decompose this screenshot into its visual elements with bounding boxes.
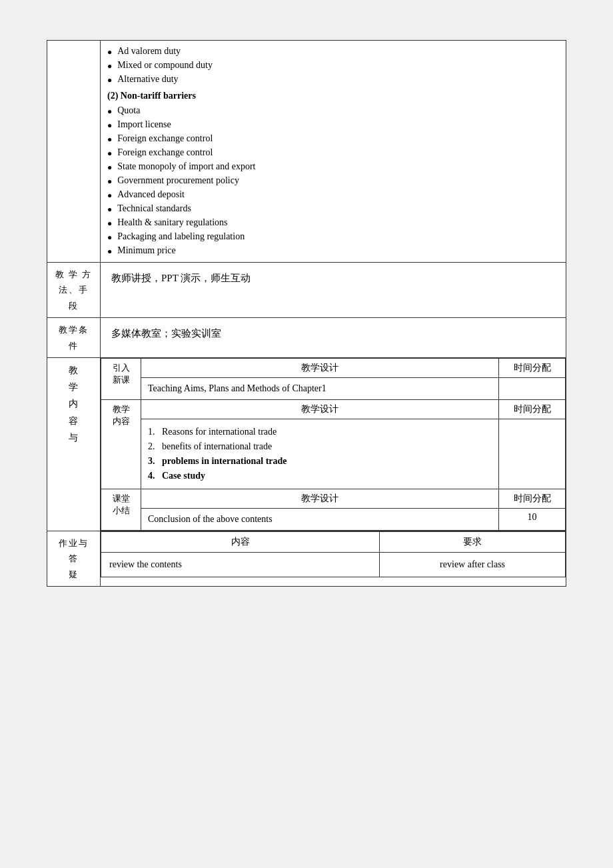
top-label-cell — [47, 41, 101, 263]
teaching-content-inner-cell: 引入 新课 教学设计 时间分配 Teaching Aims, Plans and… — [101, 357, 566, 531]
intro-design-content: Teaching Aims, Plans and Methods of Chap… — [141, 377, 499, 399]
content-time-header: 时间分配 — [499, 399, 566, 419]
content-items-list: 1. Reasons for international trade 2. be… — [148, 425, 492, 483]
summary-time-value: 10 — [499, 508, 566, 530]
intro-time-header: 时间分配 — [499, 358, 566, 377]
summary-time-header: 时间分配 — [499, 489, 566, 508]
intro-label: 引入 新课 — [101, 358, 141, 399]
hw-header-row: 内容 要求 — [101, 531, 566, 552]
homework-inner-table: 内容 要求 review the contents review after c… — [101, 531, 566, 577]
hw-value-row: review the contents review after class — [101, 552, 566, 577]
intro-design-header: 教学设计 — [141, 358, 499, 377]
homework-content-cell: 内容 要求 review the contents review after c… — [101, 531, 566, 586]
list-item: State monopoly of import and export — [107, 160, 559, 174]
list-item: 4. Case study — [148, 469, 492, 483]
list-item: Alternative duty — [107, 73, 559, 87]
hw-content-value: review the contents — [101, 552, 380, 577]
teaching-method-label: 教 学 方 法、手段 — [47, 263, 101, 318]
content-items-cell: 1. Reasons for international trade 2. be… — [141, 419, 499, 489]
top-row: Ad valorem duty Mixed or compound duty A… — [47, 41, 566, 263]
teaching-condition-row: 教学条件 多媒体教室；实验实训室 — [47, 318, 566, 358]
hw-require-value: review after class — [380, 552, 566, 577]
teaching-condition-label: 教学条件 — [47, 318, 101, 358]
list-item: Import license — [107, 118, 559, 132]
summary-header-row: 课堂 小结 教学设计 时间分配 — [101, 489, 566, 508]
page: Ad valorem duty Mixed or compound duty A… — [47, 40, 566, 587]
summary-design-content: Conclusion of the above contents — [141, 508, 499, 530]
content-time-value — [499, 419, 566, 489]
non-tariff-header: (2) Non-tariff barriers — [107, 91, 559, 101]
list-item: Advanced deposit — [107, 188, 559, 202]
teaching-method-content: 教师讲授，PPT 演示，师生互动 — [101, 263, 566, 318]
content-design-header: 教学设计 — [141, 399, 499, 419]
content-label: 教学 内容 — [101, 399, 141, 489]
list-item: 2. benefits of international trade — [148, 439, 492, 454]
list-item: 1. Reasons for international trade — [148, 425, 492, 439]
list-item: 3. problems in international trade — [148, 454, 492, 469]
teaching-content-row: 教 学 内 容 与 引入 新课 教学设计 时间分配 Teaching Aims,… — [47, 357, 566, 531]
hw-content-header: 内容 — [101, 531, 380, 552]
list-item: Minimum price — [107, 244, 559, 258]
summary-design-header: 教学设计 — [141, 489, 499, 508]
list-item: Foreign exchange control — [107, 146, 559, 160]
list-item: Ad valorem duty — [107, 45, 559, 59]
intro-time-content — [499, 377, 566, 399]
top-content-cell: Ad valorem duty Mixed or compound duty A… — [101, 41, 566, 263]
list-item: Technical standards — [107, 202, 559, 216]
list-item: Quota — [107, 104, 559, 118]
list-item: Health & sanitary regulations — [107, 216, 559, 230]
non-tariff-list: Quota Import license Foreign exchange co… — [107, 104, 559, 258]
teaching-condition-content: 多媒体教室；实验实训室 — [101, 318, 566, 358]
pre-non-tariff-list: Ad valorem duty Mixed or compound duty A… — [107, 45, 559, 87]
list-item: Foreign exchange control — [107, 132, 559, 146]
summary-content-row: Conclusion of the above contents 10 — [101, 508, 566, 530]
summary-label: 课堂 小结 — [101, 489, 141, 530]
list-item: Mixed or compound duty — [107, 59, 559, 73]
list-item: Packaging and labeling regulation — [107, 230, 559, 244]
homework-label: 作业与答 疑 — [47, 531, 101, 586]
teaching-method-row: 教 学 方 法、手段 教师讲授，PPT 演示，师生互动 — [47, 263, 566, 318]
intro-content-row: Teaching Aims, Plans and Methods of Chap… — [101, 377, 566, 399]
list-item: Government procurement policy — [107, 174, 559, 188]
teaching-inner-table: 引入 新课 教学设计 时间分配 Teaching Aims, Plans and… — [101, 358, 566, 531]
hw-require-header: 要求 — [380, 531, 566, 552]
content-items-row: 1. Reasons for international trade 2. be… — [101, 419, 566, 489]
intro-header-row: 引入 新课 教学设计 时间分配 — [101, 358, 566, 377]
main-table: Ad valorem duty Mixed or compound duty A… — [47, 40, 566, 587]
homework-row: 作业与答 疑 内容 要求 review the contents review … — [47, 531, 566, 586]
teaching-content-outer-label: 教 学 内 容 与 — [47, 357, 101, 531]
content-header-row: 教学 内容 教学设计 时间分配 — [101, 399, 566, 419]
